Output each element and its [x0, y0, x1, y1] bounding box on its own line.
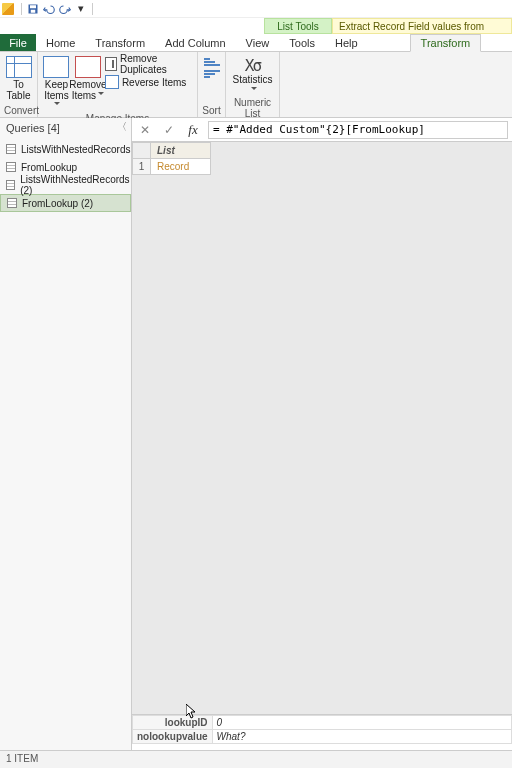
reverse-items-label: Reverse Items: [122, 77, 186, 88]
sort-desc-button[interactable]: [204, 70, 220, 78]
query-icon: [6, 144, 16, 154]
tab-tools[interactable]: Tools: [279, 34, 325, 51]
contextual-tab-header: List Tools Extract Record Field values f…: [0, 18, 512, 34]
tab-help[interactable]: Help: [325, 34, 368, 51]
ribbon-group-sort: Sort: [198, 52, 226, 117]
qat-undo-button[interactable]: [41, 2, 57, 16]
ribbon-group-convert-title: Convert: [4, 104, 33, 117]
tab-view[interactable]: View: [236, 34, 280, 51]
ribbon-tabs: File Home Transform Add Column View Tool…: [0, 34, 512, 52]
ribbon-group-manage-items: Keep Items Remove Items Remove Duplicate…: [38, 52, 198, 117]
tab-context-transform[interactable]: Transform: [410, 34, 482, 52]
keep-items-icon: [43, 56, 69, 78]
list-value-cell[interactable]: Record: [151, 159, 211, 175]
record-field-value: 0: [212, 716, 511, 730]
svg-rect-1: [30, 5, 36, 8]
query-item-label: FromLookup (2): [22, 198, 93, 209]
record-field-row: lookupID 0: [133, 716, 512, 730]
remove-duplicates-icon: [105, 57, 117, 71]
qat-redo-button[interactable]: [57, 2, 73, 16]
query-item-label: ListsWithNestedRecords: [21, 144, 130, 155]
statistics-label: Statistics: [230, 75, 275, 96]
query-item[interactable]: ListsWithNestedRecords: [0, 140, 131, 158]
remove-items-label: Remove Items: [69, 80, 106, 101]
row-number-header: [133, 143, 151, 159]
query-icon: [6, 180, 15, 190]
status-item-count: 1 ITEM: [6, 753, 38, 764]
tab-home[interactable]: Home: [36, 34, 85, 51]
record-preview-pane: lookupID 0 nolookupvalue What?: [132, 714, 512, 750]
list-table: List 1 Record: [132, 142, 211, 175]
remove-duplicates-button[interactable]: Remove Duplicates: [105, 56, 193, 72]
statistics-button[interactable]: Χσ Statistics: [230, 54, 275, 96]
row-number-cell: 1: [133, 159, 151, 175]
to-table-label: To Table: [7, 80, 31, 101]
query-item-label: FromLookup: [21, 162, 77, 173]
reverse-items-icon: [105, 75, 119, 89]
tab-transform[interactable]: Transform: [85, 34, 155, 51]
ribbon-group-convert: To Table Convert: [0, 52, 38, 117]
query-item-label: ListsWithNestedRecords (2): [20, 174, 131, 196]
window-title: Extract Record Field values from: [332, 18, 512, 34]
remove-items-button[interactable]: Remove Items: [71, 54, 105, 101]
reverse-items-button[interactable]: Reverse Items: [105, 74, 193, 90]
record-field-name: lookupID: [133, 716, 213, 730]
ribbon-group-sort-title: Sort: [202, 104, 221, 117]
tab-file[interactable]: File: [0, 34, 36, 51]
svg-rect-2: [31, 9, 36, 12]
query-icon: [7, 198, 17, 208]
qat-separator-2: [92, 3, 93, 15]
keep-items-button[interactable]: Keep Items: [42, 54, 71, 112]
keep-items-label: Keep Items: [42, 80, 71, 112]
app-icon: [2, 3, 14, 15]
record-field-value: What?: [212, 730, 511, 744]
ribbon-group-numeric-title: Numeric List: [230, 96, 275, 120]
collapse-pane-button[interactable]: 〈: [117, 120, 127, 134]
query-icon: [6, 162, 16, 172]
tab-add-column[interactable]: Add Column: [155, 34, 236, 51]
data-grid[interactable]: List 1 Record: [132, 142, 512, 714]
sort-asc-button[interactable]: [204, 58, 220, 66]
query-item[interactable]: ListsWithNestedRecords (2): [0, 176, 131, 194]
record-field-name: nolookupvalue: [133, 730, 213, 744]
record-field-row: nolookupvalue What?: [133, 730, 512, 744]
queries-header-label: Queries [4]: [6, 122, 60, 134]
list-column-header[interactable]: List: [151, 143, 211, 159]
remove-duplicates-label: Remove Duplicates: [120, 53, 193, 75]
qat-save-button[interactable]: [25, 2, 41, 16]
main-area: ✕ ✓ fx List 1 Record lookupID 0: [132, 118, 512, 750]
ribbon: To Table Convert Keep Items Remove Items…: [0, 52, 512, 118]
remove-items-icon: [75, 56, 101, 78]
content-area: Queries [4] 〈 ListsWithNestedRecords Fro…: [0, 118, 512, 750]
contextual-tool-group-label: List Tools: [264, 18, 332, 34]
formula-cancel-button[interactable]: ✕: [136, 121, 154, 139]
formula-commit-button[interactable]: ✓: [160, 121, 178, 139]
to-table-button[interactable]: To Table: [4, 54, 33, 101]
formula-input[interactable]: [208, 121, 508, 139]
fx-icon[interactable]: fx: [184, 121, 202, 139]
queries-list: ListsWithNestedRecords FromLookup ListsW…: [0, 138, 131, 750]
table-row[interactable]: 1 Record: [133, 159, 211, 175]
ribbon-group-numeric-list: Χσ Statistics Numeric List: [226, 52, 280, 117]
queries-pane: Queries [4] 〈 ListsWithNestedRecords Fro…: [0, 118, 132, 750]
query-item[interactable]: FromLookup (2): [0, 194, 131, 212]
qat-customize-dropdown[interactable]: ▾: [73, 2, 89, 16]
title-bar: ▾: [0, 0, 512, 18]
formula-bar: ✕ ✓ fx: [132, 118, 512, 142]
qat-separator: [21, 3, 22, 15]
table-icon: [6, 56, 32, 78]
status-bar: 1 ITEM: [0, 750, 512, 768]
queries-header: Queries [4] 〈: [0, 118, 131, 138]
statistics-icon: Χσ: [245, 56, 260, 75]
